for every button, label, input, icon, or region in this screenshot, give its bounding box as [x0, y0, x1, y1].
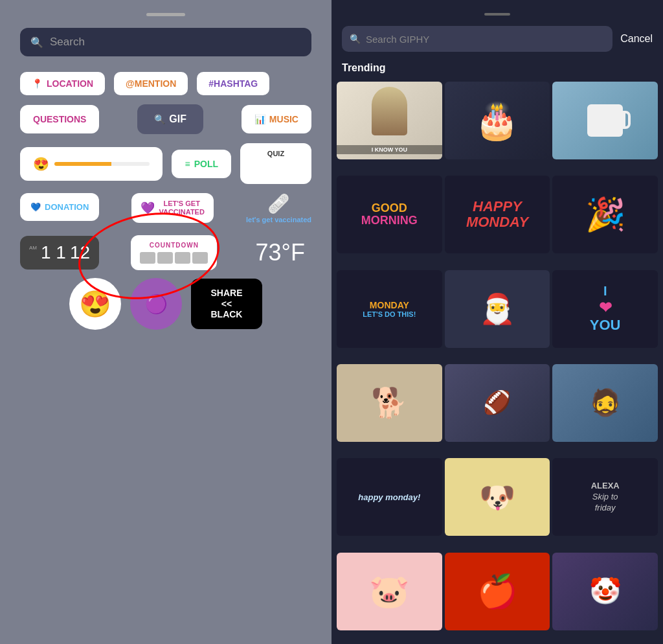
cake-emoji: 🎂 — [475, 100, 519, 142]
questions-sticker[interactable]: QUESTIONS — [20, 105, 99, 133]
gif-pig[interactable]: 🐷 — [337, 553, 442, 630]
gif-person-hat[interactable]: 🎅 — [445, 270, 550, 348]
gif-cartoon-man[interactable]: 🧔 — [552, 364, 658, 442]
gif-know-you[interactable]: I KNOW YOU — [337, 82, 442, 159]
bottom-row: 😍 🟣 SHARE<<BLACK — [69, 278, 262, 330]
party-hat-emoji: 🎉 — [585, 196, 625, 233]
cancel-button[interactable]: Cancel — [620, 33, 653, 45]
dog-computer-emoji: 🐕 — [371, 385, 407, 420]
share-black-sticker[interactable]: SHARE<<BLACK — [191, 279, 262, 329]
temperature-label: 73°F — [256, 239, 305, 266]
vaccine-gif-text: let's get vaccinated — [246, 216, 311, 224]
clock-12: 12 — [70, 242, 90, 263]
search-placeholder: Search — [50, 36, 85, 49]
emoji-slider-sticker[interactable]: 😍 — [20, 147, 163, 181]
questions-label: QUESTIONS — [33, 114, 86, 124]
gif-monday-letsdo[interactable]: MONDAY LET'S DO THIS! — [337, 270, 442, 348]
gif-face[interactable]: 🤡 — [552, 553, 658, 630]
gif-happy-monday2[interactable]: happy monday! — [337, 458, 442, 536]
share-label: SHARE<<BLACK — [210, 288, 242, 320]
good-morning-text: GOOD MORNING — [359, 200, 420, 231]
gif-red-apple[interactable]: 🍎 — [445, 553, 550, 630]
countdown-boxes — [140, 252, 208, 264]
clock-time: 1 1 — [41, 242, 66, 263]
music-icon: 📊 — [254, 114, 265, 124]
sticker-row-3: 😍 ≡ POLL QUIZ — [20, 143, 311, 184]
vaccine-emoji: 🩹 — [267, 193, 290, 214]
hashtag-sticker[interactable]: #HASHTAG — [197, 72, 269, 95]
giphy-search-placeholder: Search GIPHY — [366, 34, 429, 45]
gif-dog-computer[interactable]: 🐕 — [337, 364, 442, 442]
beard-emoji: 🧔 — [589, 387, 622, 418]
right-notch — [484, 13, 510, 16]
phone-notch — [146, 13, 185, 16]
sticker-row-5: AM 1 1 12 COUNTDOWN 73°F — [20, 233, 311, 273]
i-love-you-text: I ❤ YOU — [587, 281, 624, 336]
emoji-bar — [54, 162, 150, 166]
monday-letsdo-text: MONDAY LET'S DO THIS! — [360, 297, 418, 321]
clock-am: AM — [29, 245, 37, 251]
countdown-sticker[interactable]: COUNTDOWN — [131, 235, 217, 270]
left-panel: 🔍 Search 📍 LOCATION @MENTION #HASHTAG QU… — [0, 0, 332, 644]
temperature-sticker[interactable]: 73°F — [249, 233, 311, 273]
woman-figure — [372, 87, 407, 135]
search-icon: 🔍 — [30, 36, 43, 49]
gif-good-morning[interactable]: GOOD MORNING — [337, 176, 442, 253]
gif-label: GIF — [169, 113, 186, 125]
gif-sticker[interactable]: 🔍 GIF — [137, 104, 203, 134]
alexa-text: ALEXA Skip tofriday — [591, 481, 620, 514]
donation-label: DONATION — [45, 202, 89, 212]
search-bar[interactable]: 🔍 Search — [20, 28, 311, 56]
pig-emoji: 🐷 — [369, 573, 409, 610]
location-label: LOCATION — [47, 78, 93, 89]
apple-emoji: 🍎 — [477, 573, 517, 610]
mention-sticker[interactable]: @MENTION — [114, 72, 188, 95]
music-label: MUSIC — [269, 114, 298, 124]
clock-sticker[interactable]: AM 1 1 12 — [20, 236, 99, 270]
countdown-box-1 — [140, 252, 155, 264]
donation-sticker[interactable]: 💙 DONATION — [20, 193, 99, 221]
right-panel: 🔍 Search GIPHY Cancel Trending I KNOW YO… — [332, 0, 663, 644]
gif-cake[interactable]: 🎂 — [445, 82, 550, 159]
gif-happy-monday[interactable]: HAPPYMONDAY — [445, 176, 550, 253]
countdown-box-3 — [175, 252, 190, 264]
vaccinated-sticker[interactable]: 💜 LET'S GETVACCINATED — [131, 193, 213, 223]
location-sticker[interactable]: 📍 LOCATION — [20, 72, 105, 95]
purple-blob-sticker[interactable]: 🟣 — [130, 278, 182, 330]
person-hat-emoji: 🎅 — [479, 292, 515, 326]
emoji-icon: 😍 — [33, 156, 49, 172]
purple-icon: 🟣 — [145, 293, 168, 315]
vaccinated-icon: 💜 — [140, 201, 155, 215]
music-sticker[interactable]: 📊 MUSIC — [242, 105, 311, 133]
poll-label: POLL — [194, 159, 218, 169]
mug-shape — [587, 104, 623, 137]
quiz-sticker[interactable]: QUIZ — [240, 143, 311, 184]
donation-icon: 💙 — [30, 202, 41, 212]
poll-sticker[interactable]: ≡ POLL — [172, 150, 231, 178]
happy-monday-cursive: happy monday! — [355, 490, 423, 505]
gif-party-hat[interactable]: 🎉 — [552, 176, 658, 253]
gif-mug[interactable] — [552, 82, 658, 159]
gif-football[interactable]: 🏈 — [445, 364, 550, 442]
location-icon: 📍 — [32, 78, 43, 89]
gif-doge[interactable]: 🐶 — [445, 458, 550, 536]
countdown-box-4 — [192, 252, 208, 264]
quiz-label: QUIZ — [267, 150, 284, 157]
gif-grid: I KNOW YOU 🎂 GOOD MORNING HAPPYMONDAY 🎉 — [332, 82, 663, 644]
gif-alexa[interactable]: ALEXA Skip tofriday — [552, 458, 658, 536]
know-you-text: I KNOW YOU — [337, 145, 442, 154]
gif-search-icon: 🔍 — [154, 114, 165, 124]
gif-i-love-you[interactable]: I ❤ YOU — [552, 270, 658, 348]
sticker-row-4: 💙 DONATION 💜 LET'S GETVACCINATED 🩹 let's… — [20, 193, 311, 224]
countdown-label: COUNTDOWN — [150, 242, 199, 249]
giphy-search-bar[interactable]: 🔍 Search GIPHY — [342, 26, 612, 52]
emoji-big-sticker[interactable]: 😍 — [69, 278, 121, 330]
football-emoji: 🏈 — [483, 389, 511, 416]
face-emoji: 🤡 — [589, 576, 622, 606]
giphy-search-row: 🔍 Search GIPHY Cancel — [332, 26, 663, 52]
sticker-row-2: QUESTIONS 🔍 GIF 📊 MUSIC — [20, 104, 311, 134]
vaccine-gif-sticker[interactable]: 🩹 let's get vaccinated — [246, 193, 311, 224]
countdown-box-2 — [157, 252, 173, 264]
sticker-grid: 📍 LOCATION @MENTION #HASHTAG QUESTIONS 🔍… — [20, 72, 311, 273]
doge-emoji: 🐶 — [479, 480, 515, 514]
